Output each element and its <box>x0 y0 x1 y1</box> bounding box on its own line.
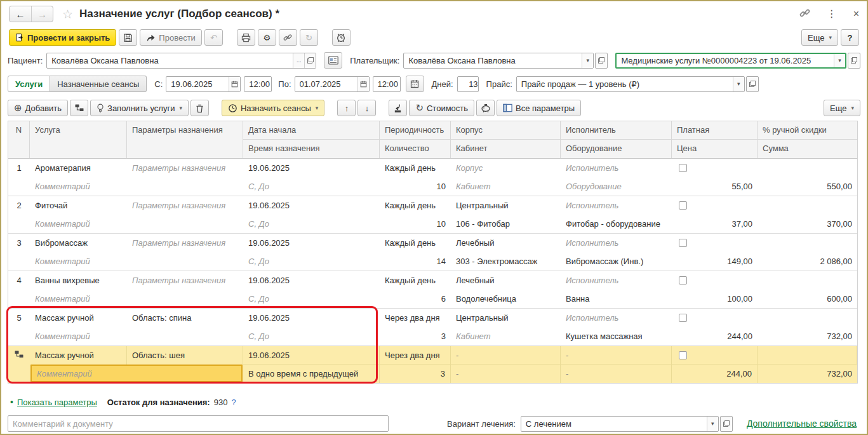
cell-quantity[interactable]: 3 <box>380 327 451 345</box>
row-number[interactable]: 4 <box>8 271 30 308</box>
cell-room[interactable]: 303 - Электромассаж <box>451 252 561 271</box>
paid-checkbox[interactable] <box>679 314 687 322</box>
header-periodicity[interactable]: Периодичность <box>380 121 451 140</box>
cell-equipment[interactable]: Вибромассаж (Инв.) <box>561 252 672 271</box>
post-button[interactable]: Провести <box>140 29 202 46</box>
cell-price[interactable]: 244,00 <box>672 327 758 345</box>
reminder-button[interactable] <box>332 29 351 46</box>
header-params[interactable]: Параметры назначения <box>127 121 243 158</box>
cell-building[interactable]: Центральный <box>451 309 561 327</box>
row-number[interactable]: 2 <box>8 196 30 233</box>
cell-time[interactable]: С, До <box>243 177 380 196</box>
print-button[interactable] <box>237 29 255 46</box>
row-number[interactable]: 1 <box>8 159 30 196</box>
post-and-close-button[interactable]: Провести и закрыть <box>9 29 116 46</box>
paid-checkbox[interactable] <box>679 239 687 247</box>
cell-price[interactable]: 55,00 <box>672 177 758 196</box>
header-quantity[interactable]: Количество <box>380 140 451 158</box>
paid-checkbox[interactable] <box>679 276 687 284</box>
from-time-field[interactable]: 12:00 <box>244 76 272 92</box>
cell-service[interactable]: Ванны вихревые <box>30 271 127 290</box>
history-button[interactable]: ↻ <box>300 29 318 46</box>
payer-field[interactable]: Ковалёва Оксана Павловна ▾ <box>403 53 594 69</box>
cell-time[interactable]: С, До <box>243 215 380 233</box>
more-button-top[interactable]: Еще ▾ <box>801 29 838 46</box>
cell-executor[interactable]: Исполнитель <box>561 271 672 290</box>
cell-price[interactable]: 100,00 <box>672 290 758 308</box>
cell-equipment[interactable]: Оборудование <box>561 177 672 196</box>
header-building[interactable]: Корпус <box>451 121 561 140</box>
move-row-down-button[interactable]: ↓ <box>357 100 376 116</box>
header-paid[interactable]: Платная <box>672 121 758 140</box>
assign-sessions-button[interactable]: Назначить сеансы ▾ <box>222 100 324 116</box>
cell-date-start[interactable]: 19.06.2025 <box>243 271 380 290</box>
all-params-button[interactable]: Все параметры <box>497 100 581 116</box>
discounts-button[interactable] <box>476 100 495 116</box>
payer-open-button[interactable] <box>595 53 608 69</box>
additional-properties-link[interactable]: Дополнительные свойства <box>747 418 857 429</box>
settings-button[interactable]: ⚙ <box>258 29 276 46</box>
cell-periodicity[interactable]: Каждый день <box>380 196 451 215</box>
cell-comment[interactable]: Комментарий <box>30 290 243 308</box>
header-executor[interactable]: Исполнитель <box>561 121 672 140</box>
cell-comment[interactable]: Комментарий <box>30 365 243 382</box>
cell-service[interactable]: Вибромассаж <box>30 234 127 252</box>
cell-periodicity[interactable]: Каждый день <box>380 159 451 177</box>
table-row[interactable]: 2ФиточайПараметры назначения19.06.2025Ка… <box>8 196 857 234</box>
cell-comment[interactable]: Комментарий <box>30 327 243 345</box>
document-open-button[interactable] <box>848 53 860 69</box>
add-subordinate-row-button[interactable] <box>70 100 88 116</box>
row-number[interactable]: 5 <box>8 309 30 345</box>
price-list-field[interactable]: Прайс продаж — 1 уровень (₽) ▾ <box>516 76 745 92</box>
rest-help-link[interactable]: ? <box>231 398 236 407</box>
cell-date-start[interactable]: 19.06.2025 <box>243 159 380 177</box>
from-date-calendar-icon[interactable] <box>229 77 240 91</box>
cell-executor[interactable]: - <box>561 346 672 365</box>
cell-equipment[interactable]: Ванна <box>561 290 672 308</box>
cell-quantity[interactable]: 10 <box>380 177 451 196</box>
cell-periodicity[interactable]: Каждый день <box>380 271 451 290</box>
cell-paid[interactable] <box>672 346 758 365</box>
header-sum[interactable]: Сумма <box>758 140 857 158</box>
header-n[interactable]: N <box>8 121 30 158</box>
cell-discount[interactable] <box>758 159 857 177</box>
forward-button[interactable]: → <box>31 6 53 22</box>
get-link-icon[interactable] <box>799 8 810 20</box>
cell-paid[interactable] <box>672 309 758 327</box>
close-icon[interactable]: × <box>853 9 859 19</box>
help-button[interactable]: ? <box>841 29 859 46</box>
to-time-field[interactable]: 12:00 <box>373 76 401 92</box>
cell-price[interactable]: 37,00 <box>672 215 758 233</box>
cell-params[interactable]: Параметры назначения <box>127 271 243 290</box>
patient-card-button[interactable] <box>324 52 342 69</box>
cell-date-start[interactable]: 19.06.2025 <box>243 346 380 365</box>
cell-room[interactable]: Кабинет <box>451 177 561 196</box>
window-menu-icon[interactable]: ⋮ <box>827 9 837 19</box>
cell-service[interactable]: Ароматерапия <box>30 159 127 177</box>
more-button-table[interactable]: Еще ▾ <box>824 100 860 116</box>
table-row[interactable]: Массаж ручнойОбласть: шея19.06.2025Через… <box>8 346 857 383</box>
paid-checkbox[interactable] <box>679 351 687 359</box>
delete-row-button[interactable] <box>190 100 209 116</box>
cell-executor[interactable]: Исполнитель <box>561 196 672 215</box>
cell-price[interactable]: 149,00 <box>672 252 758 271</box>
header-time[interactable]: Время назначения <box>243 140 380 158</box>
cell-equipment[interactable]: - <box>561 365 672 383</box>
cell-discount[interactable] <box>758 196 857 215</box>
back-button[interactable]: ← <box>10 6 31 22</box>
cell-paid[interactable] <box>672 159 758 177</box>
cell-discount[interactable] <box>758 346 857 365</box>
cell-time[interactable]: С, До <box>243 290 380 308</box>
paid-checkbox[interactable] <box>679 164 687 172</box>
cell-equipment[interactable]: Фитобар - оборудование <box>561 215 672 233</box>
header-date-start[interactable]: Дата начала <box>243 121 380 140</box>
table-row[interactable]: 3ВибромассажПараметры назначения19.06.20… <box>8 234 857 271</box>
header-service[interactable]: Услуга <box>30 121 127 158</box>
cell-date-start[interactable]: 19.06.2025 <box>243 309 380 327</box>
fill-services-button[interactable]: Заполнить услуги ▾ <box>90 100 189 116</box>
cell-sum[interactable]: 732,00 <box>758 327 857 345</box>
save-button[interactable] <box>119 29 137 46</box>
to-date-calendar-icon[interactable] <box>357 77 369 91</box>
cell-building[interactable]: Лечебный <box>451 234 561 252</box>
cell-room[interactable]: - <box>451 365 561 383</box>
